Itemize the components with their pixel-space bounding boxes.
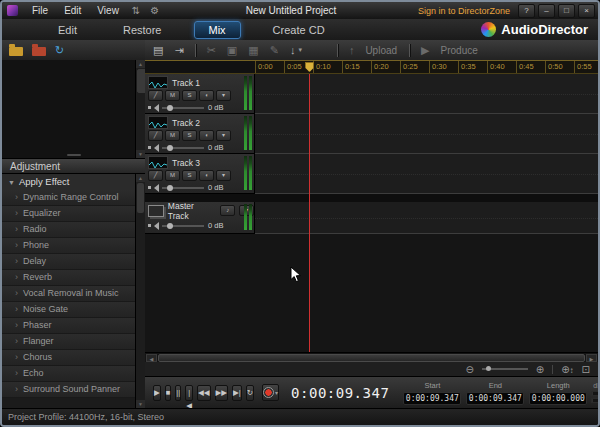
volume-slider[interactable]	[162, 107, 204, 109]
track-lane[interactable]	[255, 74, 598, 114]
effect-item-noise-gate[interactable]: ›Noise Gate	[2, 302, 136, 318]
open-media-folder-icon[interactable]	[9, 47, 23, 56]
track-header[interactable]: Track 3 ╱ M S ◖ ▾ 0 dB	[145, 154, 255, 194]
fade-tool-button[interactable]: ╱	[148, 170, 163, 181]
fade-tool-button[interactable]: ╱	[148, 90, 163, 101]
track-header[interactable]: Track 2 ╱ M S ◖ ▾ 0 dB	[145, 114, 255, 154]
zoom-out-icon[interactable]: ⊖	[465, 364, 473, 375]
scroll-down-icon[interactable]: ▼	[136, 400, 145, 408]
effect-item-equalizer[interactable]: ›Equalizer	[2, 206, 136, 222]
record-dropdown-icon[interactable]: ▾	[275, 389, 278, 396]
empty-timeline-area[interactable]	[145, 234, 598, 352]
produce-button[interactable]: Produce	[441, 45, 478, 56]
transfer-icon[interactable]: ⇅	[127, 5, 145, 16]
media-library-panel[interactable]: ▲ ▼	[2, 60, 145, 158]
volume-slider[interactable]	[162, 225, 204, 227]
download-icon[interactable]: ↓	[290, 44, 296, 56]
effect-item-delay[interactable]: ›Delay	[2, 254, 136, 270]
help-button[interactable]: ?	[518, 4, 535, 18]
effect-item-phone[interactable]: ›Phone	[2, 238, 136, 254]
copy-icon[interactable]: ▣	[227, 44, 237, 57]
track-header[interactable]: Track 1 ╱ M S ◖ ▾ 0 dB	[145, 74, 255, 114]
master-track-header[interactable]: Master Track ♪ ▾ 0 dB	[145, 202, 255, 234]
menu-edit[interactable]: Edit	[56, 5, 89, 16]
scroll-up-icon[interactable]: ▲	[136, 174, 145, 182]
speaker-button[interactable]: ◖	[199, 170, 214, 181]
settings-gear-icon[interactable]: ⚙	[145, 5, 164, 16]
effect-item-surround-panner[interactable]: ›Surround Sound Panner	[2, 382, 136, 398]
import-audio-icon[interactable]: ⇥	[174, 44, 183, 57]
pencil-icon[interactable]: ✎	[270, 44, 279, 57]
close-button[interactable]: ×	[578, 4, 595, 18]
vertical-zoom-icon[interactable]: ⊕↕	[561, 364, 573, 375]
timeline-ruler[interactable]: 0:00 0:05 0:10 0:15 0:20 0:25 0:30 0:35 …	[145, 60, 598, 74]
effect-item-flanger[interactable]: ›Flanger	[2, 334, 136, 350]
solo-button[interactable]: S	[182, 170, 197, 181]
signin-link[interactable]: Sign in to DirectorZone	[418, 6, 510, 16]
effect-item-echo[interactable]: ›Echo	[2, 366, 136, 382]
effect-item-dynamic-range[interactable]: ›Dynamic Range Control	[2, 190, 136, 206]
effect-list-scrollbar[interactable]: ▲ ▼	[135, 174, 145, 408]
tab-edit[interactable]: Edit	[44, 22, 91, 38]
library-scrollbar[interactable]: ▲ ▼	[135, 60, 145, 158]
tab-mix[interactable]: Mix	[194, 21, 241, 39]
stop-button[interactable]: ■	[165, 385, 172, 401]
paste-icon[interactable]: ▦	[248, 44, 258, 57]
effect-item-chorus[interactable]: ›Chorus	[2, 350, 136, 366]
effect-item-radio[interactable]: ›Radio	[2, 222, 136, 238]
fit-timeline-icon[interactable]: ⊡	[582, 364, 590, 375]
track-options-button[interactable]: ▾	[216, 130, 231, 141]
new-audio-icon[interactable]: ▤	[153, 44, 163, 57]
go-to-end-button[interactable]: ▶|	[232, 385, 242, 401]
effect-item-vocal-removal[interactable]: ›Vocal Removal in Music	[2, 286, 136, 302]
effect-item-phaser[interactable]: ›Phaser	[2, 318, 136, 334]
scroll-up-icon[interactable]: ▲	[136, 60, 145, 68]
minimize-button[interactable]: –	[538, 4, 555, 18]
master-meter-button[interactable]: ♪	[220, 205, 235, 216]
track-options-button[interactable]: ▾	[216, 90, 231, 101]
track-lane[interactable]	[255, 154, 598, 194]
mute-button[interactable]: M	[165, 90, 180, 101]
maximize-button[interactable]: □	[558, 4, 575, 18]
track-options-button[interactable]: ▾	[216, 170, 231, 181]
go-to-start-button[interactable]: |◀	[185, 385, 193, 401]
master-track-lane[interactable]	[255, 202, 598, 234]
record-button[interactable]: ▾	[262, 384, 279, 401]
start-value[interactable]: 0:00:09.347	[403, 392, 461, 405]
upload-button[interactable]: Upload	[365, 45, 397, 56]
pause-button[interactable]: ||	[175, 385, 181, 401]
fast-forward-button[interactable]: ▶▶	[215, 385, 229, 401]
mute-button[interactable]: M	[165, 130, 180, 141]
scrollbar-thumb[interactable]	[158, 354, 585, 362]
length-value[interactable]: 0:00:00.000	[529, 392, 587, 405]
track-lane[interactable]	[255, 114, 598, 154]
solo-button[interactable]: S	[182, 130, 197, 141]
zoom-in-icon[interactable]: ⊕	[536, 364, 544, 375]
produce-icon[interactable]: ▶	[421, 44, 429, 57]
mute-button[interactable]: M	[165, 170, 180, 181]
tab-create-cd[interactable]: Create CD	[259, 22, 339, 38]
speaker-button[interactable]: ◖	[199, 90, 214, 101]
import-media-folder-icon[interactable]	[32, 47, 46, 56]
menu-view[interactable]: View	[89, 5, 127, 16]
tab-restore[interactable]: Restore	[109, 22, 176, 38]
refresh-icon[interactable]: ↻	[55, 45, 64, 56]
download-dropdown-icon[interactable]: ▾	[298, 46, 302, 54]
cut-icon[interactable]: ✂	[207, 44, 216, 57]
panel-resize-grip[interactable]	[67, 154, 81, 156]
end-value[interactable]: 0:00:09.347	[466, 392, 524, 405]
speaker-button[interactable]: ◖	[199, 130, 214, 141]
scroll-left-icon[interactable]: ◀	[146, 354, 157, 362]
loop-button[interactable]: ↻	[246, 385, 254, 401]
upload-icon[interactable]: ↑	[349, 44, 355, 56]
effect-item-reverb[interactable]: ›Reverb	[2, 270, 136, 286]
scrollbar-thumb[interactable]	[137, 183, 144, 213]
rewind-button[interactable]: ◀◀	[197, 385, 211, 401]
fade-tool-button[interactable]: ╱	[148, 130, 163, 141]
zoom-slider[interactable]	[482, 368, 528, 370]
volume-slider[interactable]	[162, 147, 204, 149]
volume-slider[interactable]	[162, 187, 204, 189]
apply-effect-section[interactable]: ▼Apply Effect	[2, 174, 136, 191]
solo-button[interactable]: S	[182, 90, 197, 101]
scroll-right-icon[interactable]: ▶	[586, 354, 597, 362]
